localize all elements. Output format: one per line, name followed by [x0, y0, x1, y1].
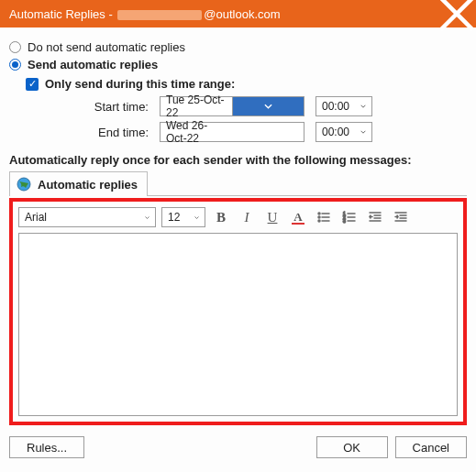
tab-label: Automatic replies — [38, 178, 138, 192]
globe-icon — [16, 176, 32, 192]
bullet-list-button[interactable] — [314, 207, 334, 227]
numbered-list-button[interactable]: 123 — [339, 207, 360, 227]
window-title: Automatic Replies - @outlook.com — [9, 7, 281, 21]
close-icon — [437, 0, 476, 33]
end-time-label: End time: — [57, 126, 149, 139]
radio-icon-selected — [9, 59, 21, 71]
editor-toolbar: Arial 12 B I U A 123 — [18, 207, 458, 227]
outdent-button[interactable] — [365, 207, 385, 227]
tab-strip: Automatic replies — [9, 170, 467, 196]
start-time-label: Start time: — [57, 100, 149, 114]
radio-label: Do not send automatic replies — [28, 40, 185, 54]
radio-icon — [9, 41, 21, 53]
dropdown-icon[interactable] — [355, 97, 371, 115]
cancel-button[interactable]: Cancel — [395, 436, 467, 458]
title-suffix: @outlook.com — [204, 7, 280, 21]
title-prefix: Automatic Replies - — [9, 7, 116, 21]
font-color-button[interactable]: A — [288, 207, 308, 227]
dialog-footer: Rules... OK Cancel — [0, 431, 476, 467]
start-time-combo[interactable]: 00:00 — [315, 96, 372, 116]
checkbox-only-range[interactable]: ✓ Only send during this time range: — [26, 77, 467, 91]
ok-label: OK — [343, 441, 360, 455]
editor-highlight-frame: Arial 12 B I U A 123 — [9, 198, 467, 425]
svg-point-2 — [318, 213, 320, 214]
svg-point-6 — [318, 220, 320, 222]
end-time-combo[interactable]: 00:00 — [315, 122, 372, 142]
indent-button[interactable] — [391, 207, 411, 227]
dropdown-icon[interactable] — [189, 208, 205, 226]
message-textarea[interactable] — [19, 234, 457, 415]
rules-label: Rules... — [27, 441, 67, 455]
dropdown-icon[interactable] — [232, 97, 304, 115]
cancel-label: Cancel — [413, 441, 449, 455]
font-name-combo[interactable]: Arial — [18, 207, 156, 227]
tab-automatic-replies[interactable]: Automatic replies — [9, 171, 148, 196]
rules-button[interactable]: Rules... — [9, 436, 84, 458]
svg-point-4 — [318, 216, 320, 218]
checkbox-label: Only send during this time range: — [45, 77, 235, 91]
font-name-value: Arial — [19, 208, 139, 226]
start-time-value: 00:00 — [316, 97, 355, 115]
font-size-value: 12 — [162, 208, 189, 226]
dropdown-icon[interactable] — [232, 123, 304, 141]
account-name-redacted — [117, 10, 202, 20]
dialog-body: Do not send automatic replies Send autom… — [0, 27, 476, 431]
radio-do-not-send[interactable]: Do not send automatic replies — [9, 40, 467, 54]
message-editor[interactable] — [18, 233, 458, 416]
start-date-value: Tue 25-Oct-22 — [161, 97, 232, 115]
title-bar: Automatic Replies - @outlook.com — [0, 0, 476, 27]
end-time-value: 00:00 — [316, 123, 355, 141]
ok-button[interactable]: OK — [316, 436, 388, 458]
radio-send-automatic[interactable]: Send automatic replies — [9, 58, 467, 71]
close-button[interactable] — [437, 0, 476, 27]
dropdown-icon[interactable] — [355, 123, 371, 141]
start-date-combo[interactable]: Tue 25-Oct-22 — [160, 96, 304, 116]
underline-button[interactable]: U — [262, 207, 282, 227]
italic-button[interactable]: I — [237, 207, 257, 227]
radio-label: Send automatic replies — [28, 58, 158, 71]
font-size-combo[interactable]: 12 — [161, 207, 205, 227]
end-date-value: Wed 26-Oct-22 — [161, 123, 232, 141]
dropdown-icon[interactable] — [139, 208, 155, 226]
svg-text:3: 3 — [343, 218, 346, 224]
bold-button[interactable]: B — [211, 207, 231, 227]
message-heading: Automatically reply once for each sender… — [9, 153, 467, 167]
end-date-combo[interactable]: Wed 26-Oct-22 — [160, 122, 304, 142]
checkbox-icon-checked: ✓ — [26, 78, 39, 91]
